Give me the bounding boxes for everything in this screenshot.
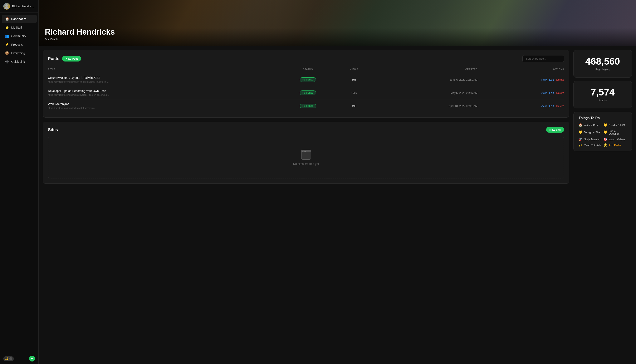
status-badge: Published [300,77,316,82]
sidebar-item-label: Products [11,43,23,46]
svg-point-1 [4,7,8,9]
todo-item-build-saas[interactable]: 💛 Build a SAAS [604,123,626,127]
todo-icon-pro-perks: ⭐ [604,143,608,147]
todo-item-read-tutorials[interactable]: ✨ Read Tutorials [579,143,602,147]
todo-label-read-tutorials: Read Tutorials [584,144,602,147]
edit-link[interactable]: Edit [549,91,554,94]
browser-bar [302,150,311,152]
dashboard-icon: 🏠 [5,17,9,21]
status-badge: Published [300,90,316,95]
view-link[interactable]: View [541,104,547,108]
hero-subtitle: My Profile [45,37,636,41]
points-card: 7,574 Points [574,81,632,108]
todo-icon-design-site: 💛 [579,130,582,134]
sidebar-item-label: Dashboard [11,17,26,21]
todo-icon-write-post: 🏠 [579,123,582,127]
view-link[interactable]: View [541,78,547,81]
post-title: Developer Tips on Becoming Your Own Boss [48,89,277,92]
browser-dot-1 [302,151,303,152]
sidebar-item-label: Everything [11,52,25,55]
browser-dot-2 [304,151,305,152]
edit-link[interactable]: Edit [549,104,554,108]
new-post-button[interactable]: New Post [62,56,81,62]
sidebar-item-label: My Stuff [11,26,22,29]
todo-label-pro-perks: Pro Perks [609,144,622,147]
post-views-cell: 505 [339,73,370,86]
todo-item-pro-perks[interactable]: ⭐ Pro Perks [604,143,626,147]
sidebar-item-label: Quick Link [11,60,25,64]
posts-header: Posts New Post [48,55,564,62]
post-actions-cell: View Edit Delete [478,100,564,112]
todo-icon-ninja-training: 🚀 [579,138,582,141]
add-button[interactable]: + [29,356,35,362]
sidebar-item-dashboard[interactable]: 🏠 Dashboard [2,15,37,23]
edit-link[interactable]: Edit [549,78,554,81]
posts-card: Posts New Post TITLE STATUS VIEWS CREATE… [43,50,569,118]
everything-icon: 📦 [5,51,9,55]
sites-header: Sites New Site [48,127,564,132]
sites-title: Sites [48,128,58,132]
todo-item-ninja-training[interactable]: 🚀 Ninja Training [579,138,602,141]
table-row: Web3 Acronyms https://devdojo.test/hendr… [48,100,564,112]
browser-dot-3 [305,151,306,152]
post-title: Column/Masonry layouts in TailwindCSS [48,76,277,80]
quick-link-icon: ➕ [5,60,9,64]
todo-label-ninja-training: Ninja Training [584,138,600,141]
sidebar-item-label: Community [11,34,26,38]
todo-icon-build-saas: 💛 [604,123,608,127]
todo-item-write-post[interactable]: 🏠 Write a Post [579,123,602,127]
delete-link[interactable]: Delete [556,104,564,108]
toggle-dot [9,357,12,360]
sidebar-item-community[interactable]: 👥 Community [2,32,37,40]
left-column: Posts New Post TITLE STATUS VIEWS CREATE… [43,50,569,360]
posts-table: TITLE STATUS VIEWS CREATED ACTIONS Colum… [48,66,564,112]
main-content: Richard Hendricks My Profile Posts New P… [38,0,636,364]
post-views-cell: 1089 [339,86,370,100]
avatar [3,3,10,10]
sidebar-item-products[interactable]: ⚡ Products [2,40,37,48]
sidebar-header: Richard Hendric... [0,0,38,13]
browser-icon [301,150,311,160]
hero-banner: Richard Hendricks My Profile [38,0,636,46]
todo-grid: 🏠 Write a Post 💛 Build a SAAS 💛 Design a… [579,123,626,147]
view-link[interactable]: View [541,91,547,94]
todo-icon-watch-videos: 🎯 [604,138,608,141]
delete-link[interactable]: Delete [556,78,564,81]
products-icon: ⚡ [5,42,9,46]
posts-table-head: TITLE STATUS VIEWS CREATED ACTIONS [48,66,564,73]
points-number: 7,574 [579,87,626,97]
todo-label-ask-question: Ask a Question [609,129,626,135]
sidebar-item-everything[interactable]: 📦 Everything [2,49,37,57]
post-actions-cell: View Edit Delete [478,86,564,100]
post-status-cell: Published [277,100,339,112]
sites-card: Sites New Site No sites created yet [43,122,569,184]
todo-card: Things To Do 🏠 Write a Post 💛 Build a SA… [574,112,632,151]
todo-item-watch-videos[interactable]: 🎯 Watch Videos [604,138,626,141]
search-input[interactable] [522,55,564,62]
sidebar-item-my-stuff[interactable]: 🌟 My Stuff [2,23,37,32]
new-site-button[interactable]: New Site [546,127,564,132]
browser-body [302,152,311,159]
post-title-cell: Web3 Acronyms https://devdojo.test/hendr… [48,100,277,112]
table-row: Column/Masonry layouts in TailwindCSS ht… [48,73,564,86]
post-views-label: Post Views [579,68,626,71]
post-title-cell: Column/Masonry layouts in TailwindCSS ht… [48,73,277,86]
post-url: https://devdojo.test/hendricks/column-ma… [48,80,108,83]
posts-title: Posts [48,56,59,61]
hero-name: Richard Hendricks [45,28,636,36]
col-status: STATUS [277,66,339,73]
points-label: Points [579,98,626,102]
sidebar-username: Richard Hendric... [12,5,34,8]
theme-toggle[interactable]: 🌙 [3,356,14,361]
post-status-cell: Published [277,86,339,100]
post-views-number: 468,560 [579,56,626,66]
post-created-cell: April 18, 2022 07:11 AM [370,100,478,112]
post-actions-cell: View Edit Delete [478,73,564,86]
todo-item-design-site[interactable]: 💛 Design a Site [579,129,602,135]
post-views-card: 468,560 Post Views [574,50,632,78]
delete-link[interactable]: Delete [556,91,564,94]
post-url: https://devdojo.test/hendricks/web3-acro… [48,107,94,109]
sidebar-footer: 🌙 + [0,353,38,364]
todo-item-ask-question[interactable]: 💛 Ask a Question [604,129,626,135]
sidebar-item-quick-link[interactable]: ➕ Quick Link [2,58,37,66]
